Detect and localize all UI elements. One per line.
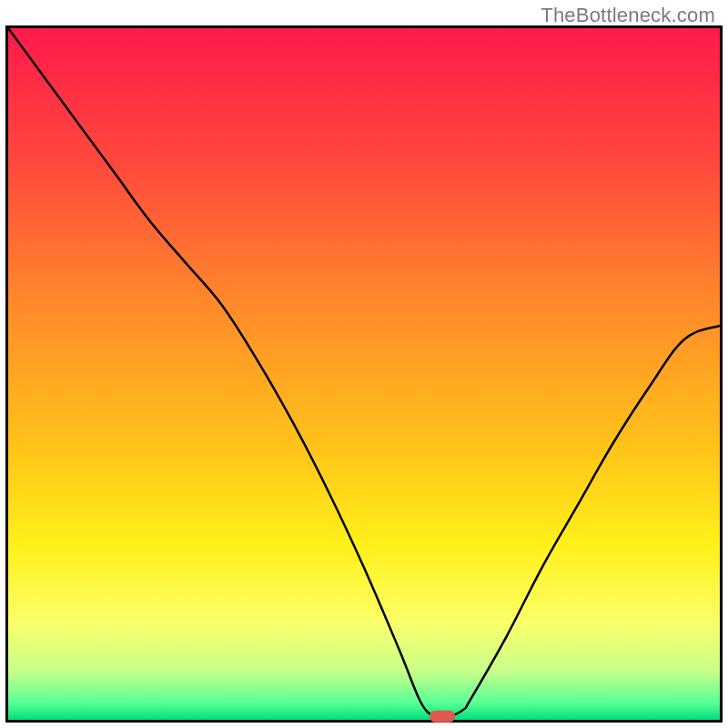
bottleneck-chart <box>5 25 723 723</box>
chart-frame <box>5 25 723 723</box>
gradient-background <box>8 28 720 720</box>
optimal-point-marker <box>430 711 455 723</box>
watermark-text: TheBottleneck.com <box>541 4 715 27</box>
